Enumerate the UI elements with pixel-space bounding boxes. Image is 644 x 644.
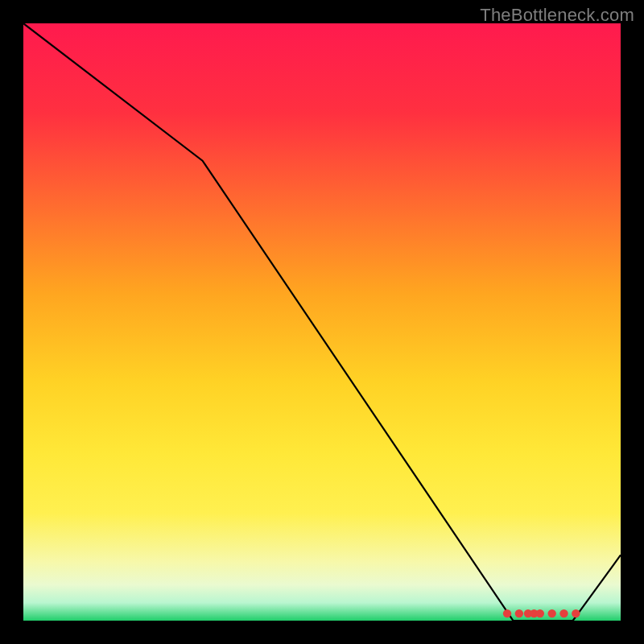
data-marker xyxy=(572,609,580,617)
gradient-bg xyxy=(23,23,621,621)
data-marker xyxy=(536,609,544,617)
plot-area xyxy=(23,23,621,621)
data-marker xyxy=(515,609,523,617)
data-marker xyxy=(547,609,555,617)
chart-svg xyxy=(23,23,621,621)
data-marker xyxy=(503,609,511,617)
chart-canvas: TheBottleneck.com xyxy=(0,0,644,644)
watermark-text: TheBottleneck.com xyxy=(480,5,634,26)
data-marker xyxy=(559,609,568,617)
